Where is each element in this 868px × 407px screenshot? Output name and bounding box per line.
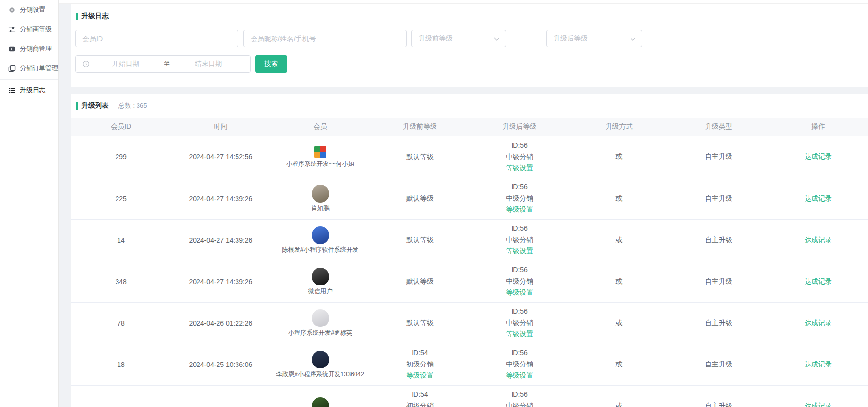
table-row: 142024-04-27 14:39:26陈根发#小程序软件系统开发默认等级ID… xyxy=(71,219,868,261)
level-settings-link[interactable]: 等级设置 xyxy=(506,163,533,174)
level-name: 中级分销 xyxy=(472,151,567,163)
post-level-select[interactable]: 升级后等级 xyxy=(546,30,642,47)
table-row: 2992024-04-27 14:52:56小程序系统开发~~何小姐默认等级ID… xyxy=(71,136,868,178)
time-cell: 2024-04-27 14:39:26 xyxy=(171,178,270,219)
page-title-block: 升级日志 xyxy=(71,4,868,20)
avatar xyxy=(312,185,329,203)
achieve-record-link[interactable]: 达成记录 xyxy=(805,236,832,244)
level-id: ID:56 xyxy=(472,347,567,359)
level-name: 中级分销 xyxy=(472,276,567,287)
table-row: 2252024-04-27 14:39:26肖如鹏默认等级ID:56中级分销等级… xyxy=(71,178,868,219)
total-count: 总数 : 365 xyxy=(118,102,147,110)
level-id: ID:56 xyxy=(472,389,567,400)
achieve-record-link[interactable]: 达成记录 xyxy=(805,402,832,407)
table-row: 782024-04-26 01:22:26小程序系统开发#罗标英默认等级ID:5… xyxy=(71,302,868,344)
date-start-placeholder: 开始日期 xyxy=(90,60,162,68)
member-cell: 小程序系统开发~~何小姐 xyxy=(271,136,370,178)
achieve-record-link[interactable]: 达成记录 xyxy=(805,152,832,160)
level-name: 初级分销 xyxy=(372,359,468,370)
achieve-record-link[interactable]: 达成记录 xyxy=(805,360,832,368)
level-settings-link[interactable]: 等级设置 xyxy=(506,287,533,298)
member-name-input[interactable] xyxy=(243,30,407,47)
sidebar-item-distributor-management[interactable]: 分销商管理 xyxy=(0,39,58,59)
member-cell xyxy=(271,385,370,407)
avatar xyxy=(312,268,329,285)
level-settings-link[interactable]: 等级设置 xyxy=(506,204,533,215)
action-cell: 达成记录 xyxy=(769,261,868,302)
method-cell: 或 xyxy=(569,178,669,219)
sidebar-divider xyxy=(0,79,58,80)
level-id: ID:56 xyxy=(472,265,567,276)
member-cell: 微信用户 xyxy=(271,261,370,302)
title-accent-bar xyxy=(76,102,78,110)
sidebar-item-label: 分销商管理 xyxy=(20,44,52,53)
action-cell: 达成记录 xyxy=(769,385,868,407)
level-settings-link[interactable]: 等级设置 xyxy=(406,370,434,381)
col-post-level: 升级后等级 xyxy=(470,118,569,136)
action-cell: 达成记录 xyxy=(769,302,868,344)
level-settings-link[interactable]: 等级设置 xyxy=(506,245,533,257)
achieve-record-link[interactable]: 达成记录 xyxy=(805,194,832,202)
post-level-cell: ID:56中级分销等级设置 xyxy=(470,136,569,178)
level-settings-link[interactable]: 等级设置 xyxy=(506,328,533,340)
member-id-input[interactable] xyxy=(75,30,238,47)
sidebar-item-order-management[interactable]: 分销订单管理 xyxy=(0,59,58,78)
member-box: 微信用户 xyxy=(273,268,368,295)
post-level-cell: ID:56中级分销等级设置 xyxy=(470,219,569,261)
method-cell: 或 xyxy=(569,219,669,261)
post-level-cell: ID:56中级分销等级设置 xyxy=(470,385,569,407)
pre-level-cell: 默认等级 xyxy=(370,261,470,302)
table-row: ID:54初级分销等级设置ID:56中级分销等级设置或自主升级达成记录 xyxy=(71,385,868,407)
level-id: ID:56 xyxy=(472,182,567,193)
col-type: 升级类型 xyxy=(669,118,769,136)
gear-icon xyxy=(8,6,16,14)
chevron-down-icon xyxy=(630,37,636,41)
member-name: 陈根发#小程序软件系统开发 xyxy=(282,246,358,254)
member-id-cell: 299 xyxy=(71,136,171,178)
member-name: 肖如鹏 xyxy=(311,204,330,212)
level-name: 中级分销 xyxy=(472,400,567,407)
level-id: ID:56 xyxy=(472,223,567,234)
date-range-picker[interactable]: 开始日期 至 结束日期 xyxy=(75,55,251,73)
method-cell: 或 xyxy=(569,385,669,407)
time-cell xyxy=(171,385,270,407)
time-cell: 2024-04-27 14:39:26 xyxy=(171,219,270,261)
filter-card: 升级日志 升级前等级 升级后等级 开始日期 xyxy=(71,4,868,87)
action-cell: 达成记录 xyxy=(769,178,868,219)
list-title: 升级列表 xyxy=(81,102,109,110)
level-name: 默认等级 xyxy=(372,276,468,287)
member-box: 肖如鹏 xyxy=(273,185,368,212)
member-id-cell: 348 xyxy=(71,261,171,302)
member-id-cell: 225 xyxy=(71,178,171,219)
sidebar-item-label: 升级日志 xyxy=(20,86,45,95)
sidebar: 分销设置 分销商等级 分销商管理 分销订单管理 升级日志 xyxy=(0,0,59,407)
member-box: 李政恩#小程序系统开发1336042 xyxy=(273,351,368,378)
pre-level-cell: 默认等级 xyxy=(370,302,470,344)
page-title: 升级日志 xyxy=(81,12,109,20)
sidebar-item-label: 分销设置 xyxy=(20,5,45,14)
avatar xyxy=(312,309,329,327)
title-accent-bar xyxy=(76,13,78,20)
search-button[interactable]: 搜索 xyxy=(255,55,287,73)
method-cell: 或 xyxy=(569,344,669,385)
col-member-id: 会员ID xyxy=(71,118,171,136)
sidebar-item-distributor-level[interactable]: 分销商等级 xyxy=(0,20,58,39)
sidebar-item-upgrade-log[interactable]: 升级日志 xyxy=(0,81,58,100)
member-box: 小程序系统开发~~何小姐 xyxy=(273,146,368,168)
time-cell: 2024-04-27 14:39:26 xyxy=(171,261,270,302)
sliders-icon xyxy=(8,26,16,33)
card-icon xyxy=(8,45,16,53)
post-level-select-placeholder: 升级后等级 xyxy=(553,34,588,43)
level-name: 默认等级 xyxy=(372,317,468,328)
achieve-record-link[interactable]: 达成记录 xyxy=(805,319,832,326)
action-cell: 达成记录 xyxy=(769,219,868,261)
level-settings-link[interactable]: 等级设置 xyxy=(506,370,533,381)
achieve-record-link[interactable]: 达成记录 xyxy=(805,277,832,285)
copy-icon xyxy=(8,65,16,72)
col-pre-level: 升级前等级 xyxy=(370,118,470,136)
pre-level-select[interactable]: 升级前等级 xyxy=(411,30,506,47)
clock-icon xyxy=(82,61,90,68)
level-name: 中级分销 xyxy=(472,359,567,370)
level-name: 默认等级 xyxy=(372,234,468,245)
sidebar-item-distribution-settings[interactable]: 分销设置 xyxy=(0,0,58,20)
